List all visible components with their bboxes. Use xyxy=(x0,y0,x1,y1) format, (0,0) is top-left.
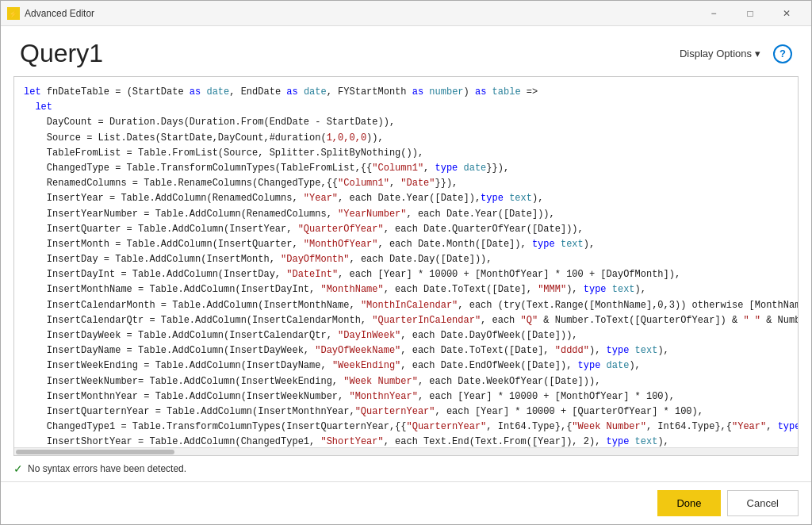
app-icon: ⚡ xyxy=(7,7,20,20)
display-options-button[interactable]: Display Options ▾ xyxy=(673,44,767,63)
editor-header: Query1 Display Options ▾ ? xyxy=(1,26,811,76)
status-bar: ✓ No syntax errors have been detected. xyxy=(1,456,811,481)
svg-text:⚡: ⚡ xyxy=(9,10,18,19)
display-options-arrow-icon: ▾ xyxy=(755,48,760,59)
code-editor-container: let fnDateTable = (StartDate as date, En… xyxy=(13,76,799,456)
horizontal-scrollbar-thumb[interactable] xyxy=(16,450,174,454)
code-editor[interactable]: let fnDateTable = (StartDate as date, En… xyxy=(14,77,798,447)
query-title: Query1 xyxy=(20,39,103,68)
window-controls: − □ ✕ xyxy=(695,1,805,26)
advanced-editor-window: ⚡ Advanced Editor − □ ✕ Query1 Display O… xyxy=(0,0,812,525)
done-button[interactable]: Done xyxy=(657,490,720,516)
display-options-label: Display Options xyxy=(680,48,752,59)
header-right: Display Options ▾ ? xyxy=(673,44,792,63)
status-message: No syntax errors have been detected. xyxy=(28,463,186,474)
horizontal-scrollbar[interactable] xyxy=(14,447,798,455)
title-bar: ⚡ Advanced Editor − □ ✕ xyxy=(1,1,811,26)
title-bar-left: ⚡ Advanced Editor xyxy=(7,7,94,20)
help-button[interactable]: ? xyxy=(773,44,792,63)
cancel-button[interactable]: Cancel xyxy=(727,490,799,516)
minimize-button[interactable]: − xyxy=(695,1,732,26)
window-title: Advanced Editor xyxy=(25,8,94,19)
editor-footer: Done Cancel xyxy=(1,481,811,524)
maximize-button[interactable]: □ xyxy=(732,1,768,26)
status-check-icon: ✓ xyxy=(13,462,23,475)
close-button[interactable]: ✕ xyxy=(768,1,805,26)
